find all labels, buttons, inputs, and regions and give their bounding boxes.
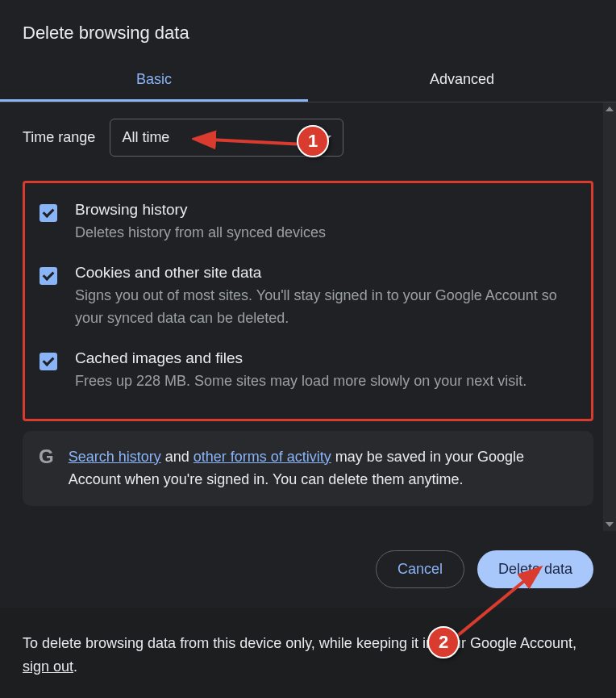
option-text: Cached images and files Frees up 228 MB.… [75,349,576,393]
checkbox-browsing-history[interactable] [40,204,57,222]
option-title: Browsing history [75,201,576,219]
option-text: Cookies and other site data Signs you ou… [75,264,576,330]
option-desc: Deletes history from all synced devices [75,222,576,245]
sign-out-link[interactable]: sign out [23,658,73,675]
cancel-button[interactable]: Cancel [376,550,464,588]
info-text: Search history and other forms of activi… [69,445,577,492]
google-info-card: G Search history and other forms of acti… [23,431,593,507]
scroll-down-icon[interactable] [603,518,616,531]
time-range-label: Time range [23,129,95,146]
option-cookies[interactable]: Cookies and other site data Signs you ou… [28,256,588,341]
time-range-row: Time range All time 1 [23,119,593,157]
sign-out-note: To delete browsing data from this device… [0,608,616,698]
google-g-icon: G [39,445,54,466]
option-cache[interactable]: Cached images and files Frees up 228 MB.… [28,341,588,404]
dialog-footer: Cancel Delete data 2 [0,531,616,608]
tab-advanced[interactable]: Advanced [308,60,616,102]
tab-bar: Basic Advanced [0,60,616,102]
delete-browsing-data-dialog: Delete browsing data Basic Advanced Time… [0,0,616,698]
option-desc: Frees up 228 MB. Some sites may load mor… [75,370,576,393]
delete-data-button[interactable]: Delete data [477,550,593,588]
tab-basic[interactable]: Basic [0,60,308,102]
content-wrap: Time range All time 1 Browsing history D… [0,102,616,531]
option-browsing-history[interactable]: Browsing history Deletes history from al… [28,193,588,256]
dialog-content: Time range All time 1 Browsing history D… [0,102,616,531]
dialog-title: Delete browsing data [0,0,616,60]
time-range-value: All time [122,129,169,146]
other-activity-link[interactable]: other forms of activity [194,449,331,465]
checkbox-cache[interactable] [40,353,57,370]
option-title: Cookies and other site data [75,264,576,282]
scroll-up-icon[interactable] [603,102,616,115]
option-desc: Signs you out of most sites. You'll stay… [75,285,576,330]
annotation-badge-1: 1 [297,125,329,157]
search-history-link[interactable]: Search history [69,449,161,465]
option-text: Browsing history Deletes history from al… [75,201,576,245]
annotation-highlight-box: Browsing history Deletes history from al… [23,181,593,421]
checkbox-cookies[interactable] [40,267,57,285]
option-title: Cached images and files [75,349,576,367]
scrollbar[interactable] [603,102,616,531]
